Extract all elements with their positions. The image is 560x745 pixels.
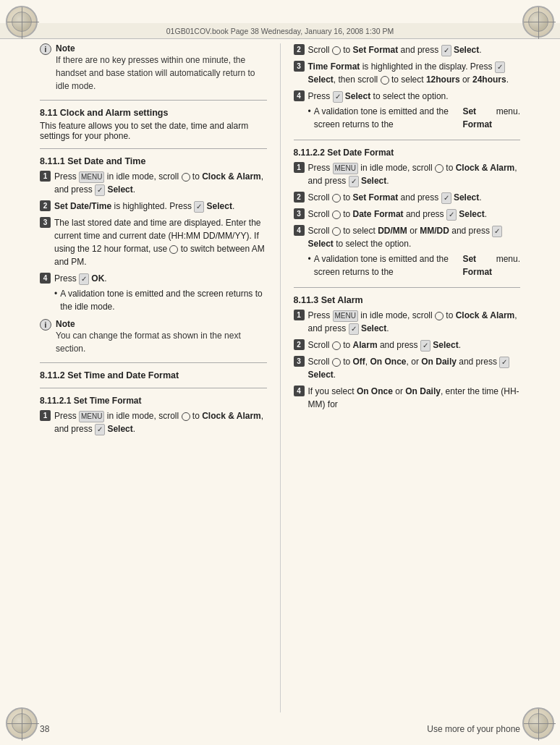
step-badge-4: 4 xyxy=(40,273,51,284)
footer: 38 Use more of your phone xyxy=(40,724,520,734)
note-title-1: Note xyxy=(56,43,267,54)
select-key-12: ✓ xyxy=(420,340,430,352)
step-badge-3: 3 xyxy=(40,217,51,228)
note-icon-1: i xyxy=(40,43,51,55)
scroll-icon-9 xyxy=(332,227,341,236)
step-8111-1-text: Press MENU in idle mode, scroll to Clock… xyxy=(54,170,267,196)
section-81121-heading: 8.11.2.1 Set Time Format xyxy=(40,396,267,406)
step-badge-81122-4: 4 xyxy=(294,225,305,236)
step-badge-1: 1 xyxy=(40,171,51,182)
scroll-icon-5 xyxy=(381,76,389,85)
select-key-3: ✓ xyxy=(95,424,105,435)
menu-key-4: MENU xyxy=(333,310,358,322)
note-icon-2: i xyxy=(40,319,51,331)
footer-text: Use more of your phone xyxy=(427,724,520,734)
step-badge-2: 2 xyxy=(40,200,51,211)
section-81122-steps: 1 Press MENU in idle mode, scroll to Clo… xyxy=(294,161,521,280)
corner-decoration-bl xyxy=(6,707,38,739)
select-key-4: ✓ xyxy=(441,45,451,56)
step-81121-2-text: Scroll to Set Format and press ✓ Select. xyxy=(308,43,521,56)
divider-3 xyxy=(40,362,267,363)
bullet-8111-4-1: A validation tone is emitted and the scr… xyxy=(54,287,267,313)
note-box-1: i Note If there are no key presses withi… xyxy=(40,43,267,93)
step-badge-8113-3: 3 xyxy=(294,356,305,367)
step-8113-2: 2 Scroll to Alarm and press ✓ Select. xyxy=(294,339,521,352)
select-key-2: ✓ xyxy=(194,201,204,213)
step-badge-81121-4: 4 xyxy=(294,90,305,101)
bullet-81121-4-1: A validation tone is emitted and the scr… xyxy=(308,105,521,131)
select-key-1: ✓ xyxy=(95,184,105,196)
divider-5 xyxy=(294,140,521,140)
step-81121-1-text: Press MENU in idle mode, scroll to Clock… xyxy=(54,409,267,435)
divider-1 xyxy=(40,100,267,101)
scroll-icon-12 xyxy=(332,358,341,367)
step-81122-4-bullets: A validation tone is emitted and the scr… xyxy=(308,252,521,278)
step-8113-4-text: If you select On Once or On Daily, enter… xyxy=(308,385,521,411)
select-key-13: ✓ xyxy=(499,357,509,368)
scroll-icon-11 xyxy=(332,341,341,350)
step-81121-3: 3 Time Format is highlighted in the disp… xyxy=(294,60,521,86)
scroll-icon-7 xyxy=(332,194,341,203)
section-81122-heading: 8.11.2.2 Set Date Format xyxy=(294,148,521,158)
section-8113-steps: 1 Press MENU in idle mode, scroll to Clo… xyxy=(294,309,521,411)
step-8113-1-text: Press MENU in idle mode, scroll to Clock… xyxy=(308,309,521,335)
step-badge-81121-1: 1 xyxy=(40,410,51,421)
section-811-desc: This feature allows you to set the date,… xyxy=(40,121,267,141)
top-bar-text: 01GB01COV.book Page 38 Wednesday, Januar… xyxy=(166,27,394,35)
section-8113-heading: 8.11.3 Set Alarm xyxy=(294,295,521,305)
section-81121-steps-right: 2 Scroll to Set Format and press ✓ Selec… xyxy=(294,43,521,132)
step-81121-1: 1 Press MENU in idle mode, scroll to Clo… xyxy=(40,409,267,435)
corner-decoration-tl xyxy=(6,6,38,38)
step-81121-4-bullets: A validation tone is emitted and the scr… xyxy=(308,105,521,131)
step-81121-2: 2 Scroll to Set Format and press ✓ Selec… xyxy=(294,43,521,56)
scroll-icon-6 xyxy=(435,164,444,173)
scroll-icon-1 xyxy=(182,173,190,182)
divider-2 xyxy=(40,148,267,149)
note-text-2: You can change the format as shown in th… xyxy=(56,329,267,355)
step-81122-2: 2 Scroll to Set Format and press ✓ Selec… xyxy=(294,191,521,204)
divider-4 xyxy=(40,388,267,388)
section-8112-heading: 8.11.2 Set Time and Date Format xyxy=(40,370,267,380)
step-8113-3: 3 Scroll to Off, On Once, or On Daily an… xyxy=(294,355,521,381)
step-8113-1: 1 Press MENU in idle mode, scroll to Clo… xyxy=(294,309,521,335)
step-8111-3: 3 The last stored date and time are disp… xyxy=(40,216,267,268)
corner-decoration-tr xyxy=(522,6,554,38)
right-column: 2 Scroll to Set Format and press ✓ Selec… xyxy=(281,43,521,712)
section-81121-steps-left: 1 Press MENU in idle mode, scroll to Clo… xyxy=(40,409,267,435)
footer-page-number: 38 xyxy=(40,724,49,734)
step-81121-4-text: Press ✓ Select to select the option. A v… xyxy=(308,90,521,132)
select-key-9: ✓ xyxy=(446,209,457,221)
step-81122-2-text: Scroll to Set Format and press ✓ Select. xyxy=(308,191,521,204)
step-badge-81121-3: 3 xyxy=(294,61,305,72)
menu-key-1: MENU xyxy=(79,171,104,183)
step-81121-4: 4 Press ✓ Select to select the option. A… xyxy=(294,90,521,132)
step-8113-4: 4 If you select On Once or On Daily, ent… xyxy=(294,385,521,411)
scroll-icon-2 xyxy=(169,245,178,254)
select-key-5: ✓ xyxy=(495,61,505,73)
select-key-10: ✓ xyxy=(492,226,502,237)
step-badge-81122-3: 3 xyxy=(294,208,305,219)
scroll-icon-3 xyxy=(182,412,190,421)
step-81122-1-text: Press MENU in idle mode, scroll to Clock… xyxy=(308,161,521,187)
step-8111-4-bullets: A validation tone is emitted and the scr… xyxy=(54,287,267,313)
main-content: i Note If there are no key presses withi… xyxy=(40,43,520,712)
section-811-heading: 8.11 Clock and Alarm settings xyxy=(40,108,267,118)
step-81122-4: 4 Scroll to select DD/MM or MM/DD and pr… xyxy=(294,224,521,280)
step-81122-1: 1 Press MENU in idle mode, scroll to Clo… xyxy=(294,161,521,187)
step-8111-1: 1 Press MENU in idle mode, scroll to Clo… xyxy=(40,170,267,196)
select-key-6: ✓ xyxy=(333,91,343,103)
note-title-2: Note xyxy=(56,319,267,329)
step-8111-2-text: Set Date/Time is highlighted. Press ✓ Se… xyxy=(54,200,267,213)
step-8111-4-text: Press ✓ OK. A validation tone is emitted… xyxy=(54,272,267,315)
step-badge-81122-2: 2 xyxy=(294,192,305,203)
scroll-icon-10 xyxy=(435,312,444,320)
page: 01GB01COV.book Page 38 Wednesday, Januar… xyxy=(0,0,560,745)
step-badge-81121-2: 2 xyxy=(294,44,305,55)
step-8111-4: 4 Press ✓ OK. A validation tone is emitt… xyxy=(40,272,267,315)
note-content-2: Note You can change the format as shown … xyxy=(56,319,267,355)
bullet-81122-4-1: A validation tone is emitted and the scr… xyxy=(308,252,521,278)
menu-key-2: MENU xyxy=(79,411,104,422)
note-text-1: If there are no key presses within one m… xyxy=(56,54,267,93)
select-key-11: ✓ xyxy=(349,323,359,335)
step-8111-2: 2 Set Date/Time is highlighted. Press ✓ … xyxy=(40,200,267,213)
